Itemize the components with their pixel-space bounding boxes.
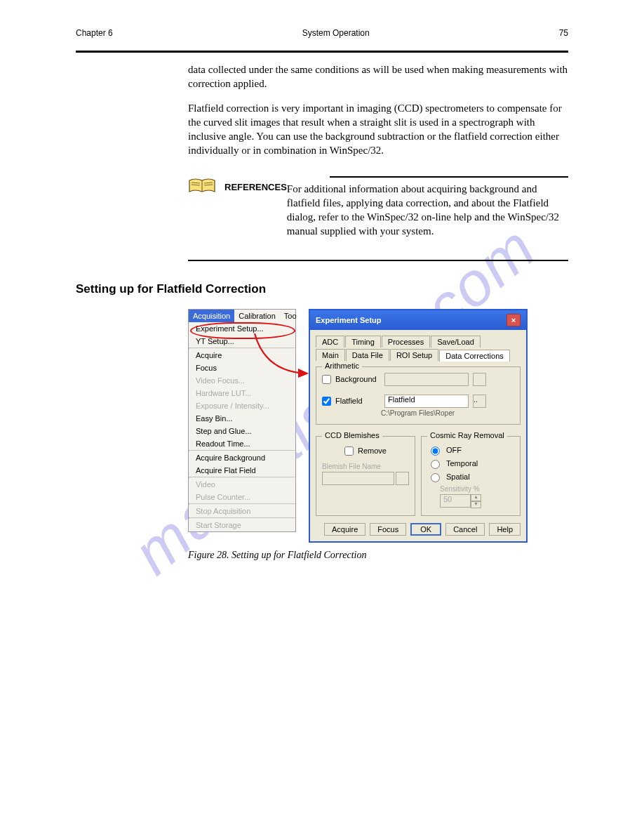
note-rule-top	[330, 176, 568, 178]
header-chapter: Chapter 6	[76, 28, 113, 38]
header-page-number: 75	[559, 28, 568, 38]
sensitivity-down-button: ▼	[471, 501, 481, 508]
menu-item-exposure-intensity: Exposure / Intensity...	[189, 399, 295, 412]
cosmic-spatial-radio[interactable]	[431, 473, 440, 482]
menu-item-stop-acquisition: Stop Acquisition	[189, 505, 295, 517]
menu-item-focus[interactable]: Focus	[189, 362, 295, 374]
tab-processes[interactable]: Processes	[382, 336, 430, 348]
menu-item-step-and-glue[interactable]: Step and Glue...	[189, 425, 295, 437]
focus-button[interactable]: Focus	[370, 523, 406, 536]
header-title: System Operation	[302, 28, 370, 38]
sensitivity-input: 50	[440, 494, 471, 508]
menu-item-easy-bin[interactable]: Easy Bin...	[189, 412, 295, 425]
body-paragraph-2: Flatfield correction is very important i…	[188, 101, 568, 158]
tab-main[interactable]: Main	[316, 349, 345, 361]
menu-item-acquire-background[interactable]: Acquire Background	[189, 451, 295, 464]
cosmic-off-radio[interactable]	[431, 446, 440, 456]
tab-roi-setup[interactable]: ROI Setup	[390, 349, 438, 361]
blemish-file-label: Blemish File Name	[322, 463, 409, 470]
help-button[interactable]: Help	[489, 523, 521, 536]
remove-blemishes-label: Remove	[358, 446, 387, 455]
flatfield-path: C:\Program Files\Roper	[381, 409, 514, 417]
menu-item-hardware-lut: Hardware LUT...	[189, 387, 295, 399]
menu-item-start-storage: Start Storage	[189, 519, 295, 531]
cosmic-spatial-label: Spatial	[446, 472, 470, 481]
cosmic-temporal-label: Temporal	[446, 459, 478, 468]
blemish-file-input	[322, 472, 394, 485]
menu-item-acquire[interactable]: Acquire	[189, 349, 295, 362]
menu-item-video-focus: Video Focus...	[189, 374, 295, 387]
sensitivity-up-button: ▲	[471, 494, 481, 501]
dialog-title: Experiment Setup	[316, 316, 382, 324]
figure-caption: Figure 28. Setting up for Flatfield Corr…	[188, 550, 568, 561]
menu-item-readout-time[interactable]: Readout Time...	[189, 437, 295, 450]
note-body: For additional information about acquiri…	[287, 182, 568, 239]
blemish-browse-button	[396, 472, 409, 485]
reference-note: REFERENCES For additional information ab…	[188, 176, 568, 239]
acquire-button[interactable]: Acquire	[324, 523, 365, 536]
arithmetic-group: Arithmetic Background Flatfield Flatfiel…	[316, 366, 521, 425]
background-checkbox[interactable]	[322, 375, 331, 384]
book-icon	[188, 176, 216, 199]
section-heading: Setting up for Flatfield Correction	[76, 282, 568, 296]
sensitivity-label: Sensitivity %	[440, 485, 514, 493]
note-title: REFERENCES	[224, 182, 287, 239]
body-paragraph-1: data collected under the same conditions…	[188, 62, 568, 91]
ccd-blemishes-group: CCD Blemishes Remove Blemish File Name	[316, 436, 415, 516]
menu-tab-calibration[interactable]: Calibration	[234, 310, 280, 322]
menu-item-video: Video	[189, 478, 295, 491]
experiment-setup-dialog: Experiment Setup × ADC Timing Processes …	[309, 309, 528, 543]
menu-item-acquire-flat-field[interactable]: Acquire Flat Field	[189, 464, 295, 477]
flatfield-file-input[interactable]: Flatfield	[384, 395, 469, 408]
header-rule	[76, 51, 568, 53]
menu-item-pulse-counter: Pulse Counter...	[189, 491, 295, 503]
tab-adc[interactable]: ADC	[316, 336, 344, 348]
acquisition-menu: Acquisition Calibration Too Experiment S…	[188, 309, 296, 532]
figure-row: Acquisition Calibration Too Experiment S…	[188, 309, 568, 543]
ok-button[interactable]: OK	[410, 523, 441, 536]
cosmic-off-label: OFF	[446, 446, 462, 454]
background-file-input	[384, 373, 469, 386]
note-rule-bottom	[188, 260, 568, 261]
flatfield-browse-button[interactable]: ..	[473, 395, 486, 408]
background-browse-button[interactable]	[473, 373, 486, 386]
cosmic-temporal-radio[interactable]	[431, 460, 440, 469]
menu-tab-tools[interactable]: Too	[280, 310, 301, 322]
menu-item-experiment-setup[interactable]: Experiment Setup...	[189, 322, 295, 335]
tab-save-load[interactable]: Save/Load	[431, 336, 481, 348]
ccd-blemishes-title: CCD Blemishes	[322, 431, 382, 439]
cosmic-ray-title: Cosmic Ray Removal	[427, 431, 507, 439]
close-icon[interactable]: ×	[507, 314, 521, 326]
flatfield-label: Flatfield	[335, 397, 380, 405]
arithmetic-group-title: Arithmetic	[322, 362, 362, 370]
cancel-button[interactable]: Cancel	[445, 523, 485, 536]
flatfield-checkbox[interactable]	[322, 397, 331, 406]
background-label: Background	[335, 375, 380, 383]
page-header: Chapter 6 System Operation 75	[76, 28, 568, 38]
menu-tab-acquisition[interactable]: Acquisition	[189, 310, 234, 322]
tab-data-corrections[interactable]: Data Corrections	[439, 350, 510, 362]
menu-item-yt-setup[interactable]: YT Setup...	[189, 335, 295, 348]
page-content: Chapter 6 System Operation 75 data colle…	[76, 28, 568, 792]
tab-data-file[interactable]: Data File	[346, 349, 389, 361]
remove-blemishes-checkbox[interactable]	[344, 446, 354, 456]
tab-timing[interactable]: Timing	[345, 336, 381, 348]
cosmic-ray-group: Cosmic Ray Removal OFF Temporal Spatial …	[421, 436, 521, 516]
